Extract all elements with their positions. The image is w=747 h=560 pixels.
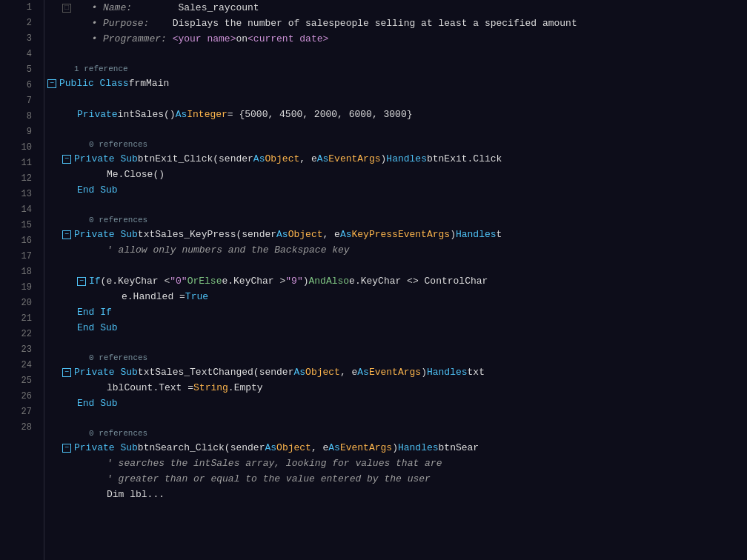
- line-11: End Sub: [47, 182, 747, 198]
- line-25-ref: 0 references: [47, 427, 747, 440]
- code-content: □ • Name: Sales_raycount • Purpose: Disp…: [44, 0, 747, 560]
- line-2: • Purpose: Displays the number of salesp…: [47, 16, 747, 31]
- collapse-13[interactable]: −: [62, 230, 71, 239]
- line-22: lblCount.Text = String .Empty: [47, 380, 747, 396]
- line-15: [47, 258, 747, 273]
- line-23: End Sub: [47, 396, 747, 411]
- line-28: Dim lbl...: [47, 487, 747, 502]
- line-13: − Private Sub txtSales_KeyPress(sender A…: [47, 227, 747, 242]
- line-numbers: 1 2 3 4 5 6 7 8 9 10 11 12 13 14 15 16 1…: [0, 0, 44, 560]
- line-4: [47, 47, 747, 62]
- line-5-ref: 1 reference: [47, 62, 747, 76]
- collapse-16[interactable]: −: [77, 277, 86, 286]
- line-13-ref: 0 references: [47, 213, 747, 227]
- line-3: • Programmer: <your name> on <current da…: [47, 31, 747, 47]
- line-8: [47, 122, 747, 138]
- line-16: − If (e.KeyChar < "0" OrElse e.KeyChar >…: [47, 273, 747, 289]
- line-5: − Public Class frmMain: [47, 76, 747, 91]
- line-20: [47, 336, 747, 351]
- line-9: − Private Sub btnExit_Click( sender As O…: [47, 151, 747, 167]
- collapse-1[interactable]: □: [62, 4, 71, 13]
- line-6: [47, 91, 747, 107]
- collapse-5[interactable]: −: [47, 79, 56, 88]
- line-18: End If: [47, 304, 747, 320]
- line-14: ' allow only numbers and the Backspace k…: [47, 242, 747, 258]
- line-27: ' greater than or equal to the value ent…: [47, 471, 747, 487]
- code-editor: 1 2 3 4 5 6 7 8 9 10 11 12 13 14 15 16 1…: [0, 0, 747, 560]
- collapse-9[interactable]: −: [62, 155, 71, 164]
- line-25: − Private Sub btnSearch_Click(sender As …: [47, 440, 747, 456]
- line-19: End Sub: [47, 320, 747, 336]
- line-1: □ • Name: Sales_raycount: [47, 0, 747, 16]
- line-9-ref: 0 references: [47, 138, 747, 151]
- line-26: ' searches the intSales array, looking f…: [47, 456, 747, 471]
- line-12: [47, 198, 747, 213]
- line-21-ref: 0 references: [47, 351, 747, 364]
- collapse-25[interactable]: −: [62, 444, 71, 453]
- collapse-21[interactable]: −: [62, 368, 71, 377]
- line-10: Me.Close(): [47, 167, 747, 182]
- line-24: [47, 411, 747, 427]
- line-21: − Private Sub txtSales_TextChanged(sende…: [47, 364, 747, 380]
- line-17: e.Handled = True: [47, 289, 747, 304]
- line-7: Private intSales() As Integer = {5000, 4…: [47, 107, 747, 122]
